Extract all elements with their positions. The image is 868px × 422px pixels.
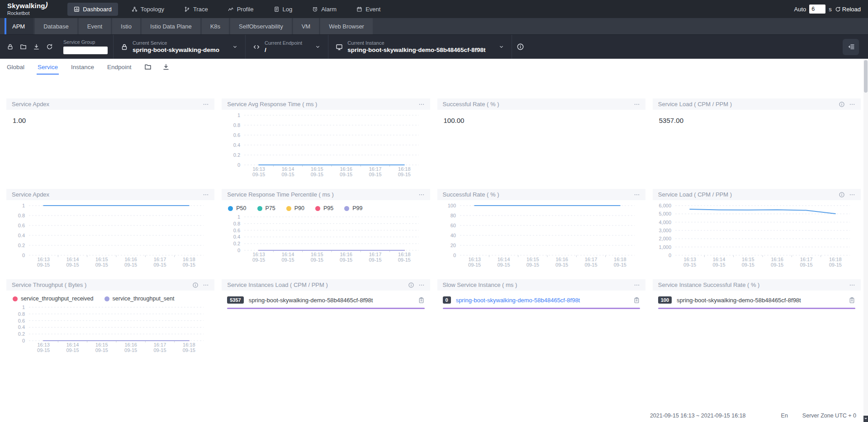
selector-current-instance[interactable]: Current Instancespring-boot-skywalking-d… xyxy=(328,40,511,53)
export-icon[interactable] xyxy=(30,40,43,53)
nav-item-alarm[interactable]: Alarm xyxy=(306,3,343,16)
legend-item-p90[interactable]: P90 xyxy=(286,205,304,211)
panel-menu-icon[interactable] xyxy=(418,192,425,198)
nav-item-dashboard[interactable]: Dashboard xyxy=(67,3,118,16)
svg-text:16:13: 16:13 xyxy=(37,257,50,262)
panel-service-avg-response-time-ms: Service Avg Response Time ( ms )00.20.40… xyxy=(222,98,430,183)
vertical-scrollbar[interactable] xyxy=(863,59,868,422)
panel-header: Service Load ( CPM / PPM ) xyxy=(653,189,861,200)
panel-menu-icon[interactable] xyxy=(203,192,209,198)
nav-item-topology[interactable]: Topology xyxy=(125,3,171,16)
reload-button[interactable]: Reload xyxy=(835,6,861,13)
info-icon[interactable] xyxy=(192,282,199,288)
workspace-tab-istio-data-plane[interactable]: Istio Data Plane xyxy=(142,18,200,34)
nav-item-event[interactable]: Event xyxy=(350,3,387,16)
selector-current-service[interactable]: Current Servicespring-boot-skywalking-de… xyxy=(114,40,245,53)
panel-successful-rate: Successful Rate ( % )02040608010016:1309… xyxy=(437,189,645,273)
svg-text:09-15: 09-15 xyxy=(311,257,323,263)
legend-label: P99 xyxy=(352,205,362,211)
workspace-tab-web-browser[interactable]: Web Browser xyxy=(320,18,373,34)
info-icon[interactable] xyxy=(839,192,845,198)
lock-icon[interactable] xyxy=(4,40,17,53)
metric-value: 100.00 xyxy=(437,110,645,131)
workspace-tab-event[interactable]: Event xyxy=(79,18,111,34)
panel-menu-icon[interactable] xyxy=(634,192,640,198)
legend-item-p99[interactable]: P99 xyxy=(344,205,362,211)
instance-name-link[interactable]: spring-boot-skywalking-demo-58b48465cf-8… xyxy=(677,297,801,304)
info-icon[interactable] xyxy=(408,282,414,288)
nav-item-log[interactable]: Log xyxy=(267,3,299,16)
export-icon[interactable] xyxy=(162,63,170,70)
panel-menu-icon[interactable] xyxy=(634,101,640,108)
svg-text:0.2: 0.2 xyxy=(18,243,25,248)
panel-menu-icon[interactable] xyxy=(418,282,425,288)
info-icon[interactable] xyxy=(514,40,527,54)
server-zone[interactable]: Server Zone UTC + 0 xyxy=(802,413,856,419)
folder-icon[interactable] xyxy=(17,40,30,53)
panel-header: Service Instances Load ( CPM / PPM ) xyxy=(222,279,430,291)
skywalking-logo[interactable]: Skywalking) Rocketbot xyxy=(7,2,47,16)
workspace-tab-database[interactable]: Database xyxy=(35,18,77,34)
svg-text:0.8: 0.8 xyxy=(233,221,240,226)
copy-icon[interactable] xyxy=(633,297,640,304)
tab-service[interactable]: Service xyxy=(38,59,58,75)
reload-label: Reload xyxy=(842,6,861,13)
svg-text:20: 20 xyxy=(450,243,455,248)
legend-item-p50[interactable]: P50 xyxy=(228,205,246,211)
copy-icon[interactable] xyxy=(418,297,425,304)
svg-text:16:16: 16:16 xyxy=(555,257,568,262)
nav-item-profile[interactable]: Profile xyxy=(222,3,260,16)
legend-item-p75[interactable]: P75 xyxy=(257,205,275,211)
legend-label: service_throughput_sent xyxy=(113,295,175,302)
svg-text:16:16: 16:16 xyxy=(340,166,353,172)
panel-menu-icon[interactable] xyxy=(849,101,855,108)
auto-interval-input[interactable] xyxy=(809,5,825,14)
svg-text:09-15: 09-15 xyxy=(311,172,323,177)
legend-item-p95[interactable]: P95 xyxy=(315,205,333,211)
refresh-icon[interactable] xyxy=(43,40,56,53)
svg-text:0: 0 xyxy=(237,162,240,168)
panel-header-icons xyxy=(203,192,209,198)
panel-menu-icon[interactable] xyxy=(849,282,855,288)
tab-instance[interactable]: Instance xyxy=(71,59,94,75)
svg-text:16:13: 16:13 xyxy=(683,257,696,262)
copy-icon[interactable] xyxy=(849,297,855,304)
chevron-down-icon xyxy=(232,44,238,50)
svg-text:09-15: 09-15 xyxy=(468,262,481,267)
svg-text:09-15: 09-15 xyxy=(282,172,294,177)
code-icon xyxy=(253,43,260,51)
workspace-tab-k8s[interactable]: K8s xyxy=(202,18,229,34)
workspace-tab-vm[interactable]: VM xyxy=(293,18,319,34)
panel-menu-icon[interactable] xyxy=(418,101,425,108)
time-range[interactable]: 2021-09-15 16:13 ~ 2021-09-15 16:18 xyxy=(650,413,746,419)
panel-title: Service Avg Response Time ( ms ) xyxy=(227,101,317,108)
svg-text:16:16: 16:16 xyxy=(771,257,783,262)
svg-text:0.2: 0.2 xyxy=(18,331,25,337)
legend-item-service-throughput-received[interactable]: service_throughput_received xyxy=(13,295,94,302)
selector-current-endpoint[interactable]: Current Endpoint/ xyxy=(246,40,328,53)
tab-endpoint[interactable]: Endpoint xyxy=(107,59,131,75)
folder-icon[interactable] xyxy=(144,63,152,70)
panel-menu-icon[interactable] xyxy=(634,282,640,288)
svg-text:09-15: 09-15 xyxy=(829,262,842,267)
tab-global[interactable]: Global xyxy=(7,59,24,75)
scrollbar-down-button[interactable] xyxy=(863,416,868,422)
service-group-input[interactable] xyxy=(63,47,108,54)
language-toggle[interactable]: En xyxy=(781,413,788,419)
panel-menu-icon[interactable] xyxy=(849,192,855,198)
info-icon[interactable] xyxy=(839,101,845,108)
panel-title: Successful Rate ( % ) xyxy=(443,191,499,198)
scrollbar-thumb[interactable] xyxy=(864,60,868,93)
panel-menu-icon[interactable] xyxy=(203,282,209,288)
collapse-panel-button[interactable] xyxy=(843,39,859,55)
instance-name-link[interactable]: spring-boot-skywalking-demo-58b48465cf-8… xyxy=(249,297,373,304)
panel-menu-icon[interactable] xyxy=(203,101,209,108)
panel-slow-service-instance-ms: Slow Service Instance ( ms )0spring-boot… xyxy=(437,279,645,363)
selector-label: Current Endpoint xyxy=(265,40,302,46)
legend-item-service-throughput-sent[interactable]: service_throughput_sent xyxy=(104,295,175,302)
instance-name-link[interactable]: spring-boot-skywalking-demo-58b48465cf-8… xyxy=(456,297,580,304)
workspace-tab-istio[interactable]: Istio xyxy=(112,18,140,34)
workspace-tab-apm[interactable]: APM xyxy=(5,18,33,34)
nav-item-trace[interactable]: Trace xyxy=(178,3,214,16)
workspace-tab-selfobservability[interactable]: SelfObservability xyxy=(230,18,292,34)
